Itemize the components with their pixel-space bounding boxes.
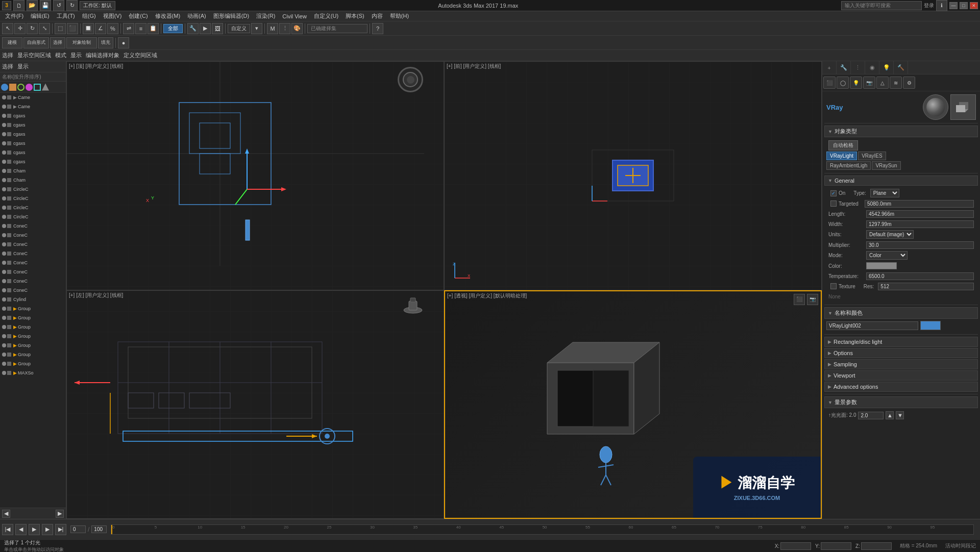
menu-modifier[interactable]: 修改器(M) [152,11,184,21]
frame-total[interactable]: 100 [91,525,107,533]
list-item[interactable]: CircleC [0,194,66,203]
menu-help[interactable]: 帮助(H) [387,11,412,21]
section-extra[interactable]: ▼ 量景参数 [824,396,978,408]
section-rect-disc[interactable]: ▶ Rectangle/disc light [824,337,978,347]
list-item[interactable]: ▶Group [0,359,66,368]
cmd-icon-system[interactable]: ⚙ [903,77,915,89]
name-color-btn[interactable] [920,321,941,330]
x-input[interactable] [780,542,811,550]
list-item[interactable]: Cham [0,175,66,185]
quick-render[interactable]: ▶ [200,23,211,34]
timeline-play[interactable]: ▶ [29,524,40,535]
window-cross[interactable]: ⬛ [67,23,78,34]
section-obj-type[interactable]: ▼ 对象类型 [824,126,978,137]
list-item[interactable]: ▶Group [0,341,66,350]
quick-access-open[interactable]: 📂 [27,0,38,11]
section-general[interactable]: ▼ General [824,175,978,186]
mirror[interactable]: ⇌ [123,23,134,34]
list-item[interactable]: ConeC [0,286,66,295]
ribbon-select[interactable]: 选择 [50,37,65,48]
minimize-btn[interactable]: — [949,2,958,9]
list-item[interactable]: cgaxs [0,111,66,120]
width-value[interactable]: 1297.99m [866,220,974,228]
menu-customize[interactable]: 自定义(U) [311,11,341,21]
timeline-start[interactable]: |◀ [2,524,13,535]
light-type-rayambient[interactable]: RayAmbientLigh [826,161,871,170]
undo[interactable]: ↺ [53,0,64,11]
temperature-value[interactable]: 6500.0 [866,272,974,280]
timeline-next-frame[interactable]: ▶ [42,524,53,535]
menu-animation[interactable]: 动画(A) [184,11,209,21]
help-btn[interactable]: ? [372,23,383,34]
name-input[interactable] [826,321,918,330]
list-item[interactable]: cgaxs [0,157,66,166]
menu-content[interactable]: 内容 [369,11,386,21]
z-input[interactable] [861,542,892,550]
outliner-prev[interactable]: ◀ [2,510,10,518]
menu-create[interactable]: 创建(C) [126,11,151,21]
rotate-tool[interactable]: ↻ [27,23,38,34]
units-select[interactable]: Default (image) [866,230,914,239]
cmd-tab-display[interactable]: 💡 [879,61,894,74]
info-btn[interactable]: ℹ [936,0,947,11]
extra-param-value[interactable] [858,412,884,419]
color-clip[interactable]: 🎨 [291,23,303,34]
list-item[interactable]: ConeC [0,258,66,267]
render-setup[interactable]: 🔧 [187,23,199,34]
menu-group[interactable]: 组(G) [79,11,99,21]
viewport-left[interactable]: [+] [左] [用户定义] [线框] [66,290,444,519]
menu-civil-view[interactable]: Civil View [279,12,309,20]
cmd-tab-utilities[interactable]: 🔨 [894,61,908,74]
selection-filter[interactable]: 全部 [163,24,183,33]
ribbon-fill[interactable]: 填充 [98,37,113,48]
cmd-icon-light[interactable]: 💡 [850,77,862,89]
cmd-icon-camera[interactable]: 📷 [863,77,875,89]
list-item[interactable]: ▶Group [0,304,66,313]
res-value[interactable]: 512 [878,283,974,290]
cmd-tab-create[interactable]: + [822,61,837,74]
timeline-bar[interactable]: 0 5 10 15 20 25 30 35 40 45 50 55 60 65 … [111,524,974,535]
on-checkbox[interactable] [830,190,837,196]
type-select[interactable]: Plane Disc Sphere [870,189,899,197]
filter-geo[interactable] [9,84,16,91]
filter-all[interactable] [1,84,8,91]
snap-toggle[interactable]: 🔲 [83,23,94,34]
filter-camera[interactable] [34,84,41,91]
list-item[interactable]: cgaxs [0,139,66,148]
light-type-vraylight[interactable]: VRayLight [826,152,857,160]
list-item[interactable]: ConeC [0,267,66,277]
list-item[interactable]: cgaxs [0,148,66,157]
render-frame[interactable]: 🖼 [212,23,223,34]
list-item[interactable]: ▶Group [0,322,66,332]
color-swatch[interactable] [866,262,897,269]
viewport-top[interactable]: [+] [顶] [用户定义] [线框] [66,61,444,290]
menu-graph-editor[interactable]: 图形编辑器(D) [210,11,252,21]
move-tool[interactable]: ✛ [14,23,26,34]
close-btn[interactable]: ✕ [970,2,978,9]
list-item[interactable]: CircleC [0,203,66,212]
cmd-tab-hierarchy[interactable]: ⋮ [851,61,865,74]
ribbon-model[interactable]: 建模 [2,37,22,48]
menu-tools[interactable]: 工具(T) [54,11,78,21]
y-input[interactable] [821,542,851,550]
list-item[interactable]: ▶Group [0,350,66,359]
material-editor[interactable]: M [267,23,278,34]
angle-snap[interactable]: ∠ [95,23,106,34]
quick-access-save[interactable]: 💾 [40,0,51,11]
viewport-perspective[interactable]: [+] [透视] [用户定义] [默认明暗处理] [444,290,822,519]
layer-manager[interactable]: 📋 [148,23,159,34]
menu-render[interactable]: 渲染(R) [253,11,278,21]
cmd-icon-geometry[interactable]: ⬛ [823,77,836,89]
list-item[interactable]: CircleC [0,185,66,194]
texture-checkbox[interactable] [830,283,837,289]
search-bar[interactable]: 输入关键字即可搜索 [841,1,922,10]
ribbon-obj-paint[interactable]: 对象绘制 [66,37,97,48]
list-item[interactable]: ConeC [0,277,66,286]
length-value[interactable]: 4542.966m [866,210,974,218]
vp-mode-btn[interactable]: ⬛ [794,294,805,305]
list-item[interactable]: Cham [0,166,66,175]
list-item[interactable]: ConeC [0,231,66,240]
list-item[interactable]: ▶Group [0,313,66,322]
cmd-tab-modify[interactable]: 🔧 [837,61,851,74]
quick-access-new[interactable]: 🗋 [13,0,24,11]
